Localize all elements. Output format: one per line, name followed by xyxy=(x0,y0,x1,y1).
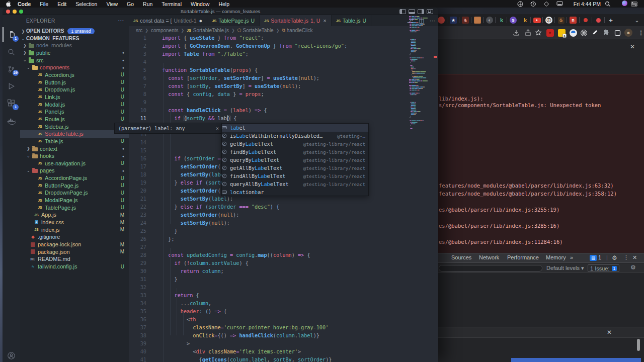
tooltip-close-icon[interactable]: × xyxy=(216,126,219,131)
devtools-tab-network[interactable]: Network xyxy=(479,254,499,260)
suggestion-item[interactable]: locationbar xyxy=(222,188,368,196)
tab-SortableTable.js[interactable]: JSSortableTable.js1, U× xyxy=(260,15,332,26)
open-editors-section[interactable]: ❯OPEN EDITORS 1 unsaved xyxy=(20,27,129,35)
explorer-more-actions-icon[interactable]: ⋯ xyxy=(118,15,124,26)
devtools-scrollbar[interactable] xyxy=(637,339,640,351)
tree-item-tailwind.config.js[interactable]: ≈tailwind.config.jsU xyxy=(20,263,129,270)
menu-go[interactable]: Go xyxy=(122,1,138,7)
pinned-tab[interactable]: ◐ xyxy=(486,16,494,24)
toggle-secondary-sidebar-icon[interactable] xyxy=(418,9,424,14)
bookmark-star-icon[interactable] xyxy=(534,29,542,37)
tree-item-Accordion.js[interactable]: JSAccordion.jsU xyxy=(20,71,129,79)
tree-item-components[interactable]: ⌄components● xyxy=(20,64,129,71)
tree-item-README.md[interactable]: M↓README.md xyxy=(20,255,129,263)
pinned-tab[interactable]: ⓘ xyxy=(545,16,553,24)
minimize-traffic-light[interactable] xyxy=(13,10,17,14)
customize-layout-icon[interactable] xyxy=(427,9,433,14)
extensions-puzzle-icon[interactable] xyxy=(602,29,610,37)
account-icon[interactable] xyxy=(3,348,20,362)
code-editor[interactable]: 1import { useState } from "react";2impor… xyxy=(129,34,438,362)
devtools-tab-sources[interactable]: Sources xyxy=(451,254,471,260)
share-icon[interactable] xyxy=(524,29,532,37)
extension-icon[interactable] xyxy=(591,29,599,37)
extensions-icon[interactable]: 1 xyxy=(3,96,20,111)
tree-item-package.json[interactable]: package.jsonM xyxy=(20,248,129,255)
devtools-menu-icon[interactable]: ⋮ xyxy=(623,254,629,261)
tree-item-src[interactable]: ⌄src● xyxy=(20,56,129,64)
spotlight-search-icon[interactable] xyxy=(605,1,618,7)
console-levels-dropdown[interactable]: Default levels ▾ xyxy=(546,265,584,272)
pinned-tab[interactable] xyxy=(473,16,481,24)
youtube-pinned-tab[interactable] xyxy=(533,16,541,24)
breadcrumb-item[interactable]: SortableTable.js xyxy=(193,28,229,33)
input-source-icon[interactable] xyxy=(517,1,530,7)
docker-icon[interactable] xyxy=(3,114,20,129)
menu-code[interactable]: Code xyxy=(15,1,35,7)
tree-item-.gitignore[interactable]: ◆.gitignore xyxy=(20,233,129,241)
run-debug-icon[interactable] xyxy=(3,78,20,94)
diamond-status-icon[interactable] xyxy=(543,1,556,7)
tree-item-index.js[interactable]: JSindex.jsM xyxy=(20,226,129,233)
menu-window[interactable]: Window xyxy=(186,1,214,7)
menu-run[interactable]: Run xyxy=(138,1,157,7)
menu-selection[interactable]: Selection xyxy=(71,1,102,7)
breadcrumb-item[interactable]: SortableTable xyxy=(243,28,274,33)
menubar-clock[interactable]: Fri 4:44 PM xyxy=(570,1,605,7)
tree-item-Panel.js[interactable]: JSPanel.jsU xyxy=(20,108,129,116)
tree-item-Link.js[interactable]: JSLink.jsU xyxy=(20,94,129,101)
menu-view[interactable]: View xyxy=(102,1,122,7)
root-folder-section[interactable]: ⌄COMMON_FEATURES xyxy=(20,35,129,42)
new-tab-icon[interactable]: + xyxy=(607,16,615,24)
devtools-tab-memory[interactable]: Memory xyxy=(546,254,566,260)
suggestion-item[interactable]: getByLabelText@testing-library/react xyxy=(222,140,368,148)
tab-Table.js[interactable]: JSTable.jsU xyxy=(332,15,371,26)
suggestion-item[interactable]: findAllByLabelText@testing-library/react xyxy=(222,172,368,180)
menu-terminal[interactable]: Terminal xyxy=(157,1,186,7)
chrome-menu-icon[interactable]: ⋮ xyxy=(637,29,644,37)
tree-item-App.js[interactable]: JSApp.jsM xyxy=(20,211,129,219)
suggestion-item[interactable]: getAllByLabelText@testing-library/react xyxy=(222,164,368,172)
tab-search-chevron-icon[interactable]: ⌄ xyxy=(633,16,641,24)
close-traffic-light[interactable] xyxy=(6,10,10,14)
tree-item-pages[interactable]: ⌄pages● xyxy=(20,167,129,174)
close-tab-icon[interactable]: × xyxy=(323,18,326,24)
extension-icon[interactable]: ● xyxy=(546,29,554,37)
tree-item-ButtonPage.js[interactable]: JSButtonPage.jsU xyxy=(20,182,129,189)
suggestion-item[interactable]: queryByLabelText@testing-library/react xyxy=(222,156,368,164)
extension-icon[interactable] xyxy=(569,29,577,37)
tree-item-context[interactable]: ❯context● xyxy=(20,145,129,152)
display-icon[interactable] xyxy=(556,1,570,7)
pinned-tab[interactable] xyxy=(582,16,590,24)
maximize-traffic-light[interactable] xyxy=(19,10,23,14)
tab-groups-icon[interactable] xyxy=(613,29,621,37)
drawer-close-icon[interactable]: ✕ xyxy=(605,328,614,337)
tree-item-Table.js[interactable]: JSTable.jsU xyxy=(20,138,129,145)
tree-item-public[interactable]: ❯public● xyxy=(20,49,129,57)
tree-item-AccordionPage.js[interactable]: JSAccordionPage.jsU xyxy=(20,174,129,182)
tree-item-Button.js[interactable]: JSButton.jsU xyxy=(20,78,129,86)
tree-item-hooks[interactable]: ⌄hooks● xyxy=(20,152,129,160)
tab-TablePage.js[interactable]: JSTablePage.jsU xyxy=(207,15,260,26)
menu-file[interactable]: File xyxy=(35,1,53,7)
minimap[interactable] xyxy=(408,15,437,343)
control-center-icon[interactable] xyxy=(631,2,644,7)
tree-item-Dropdown.js[interactable]: JSDropdown.jsU xyxy=(20,86,129,94)
menu-help[interactable]: Help xyxy=(214,1,234,7)
menu-edit[interactable]: Edit xyxy=(53,1,71,7)
breadcrumb-item[interactable]: handleClick xyxy=(287,28,313,33)
console-settings-icon[interactable]: ⚙ xyxy=(630,264,636,271)
tree-item-node_modules[interactable]: ❯node_modules xyxy=(20,42,129,49)
pinned-tab[interactable]: k xyxy=(498,16,506,24)
pinned-tab[interactable] xyxy=(594,16,602,24)
devtools-close-icon[interactable]: ✕ xyxy=(632,254,637,261)
download-icon[interactable] xyxy=(512,29,520,37)
tree-item-Modal.js[interactable]: JSModal.jsU xyxy=(20,101,129,108)
tree-item-use-navigation.js[interactable]: JSuse-navigation.jsU xyxy=(20,160,129,167)
apple-menu-icon[interactable] xyxy=(0,1,15,7)
suggestion-item[interactable]: label xyxy=(222,124,368,132)
time-machine-icon[interactable] xyxy=(530,1,543,7)
tree-item-ModalPage.js[interactable]: JSModalPage.jsU xyxy=(20,197,129,204)
profile-avatar[interactable]: ☻ xyxy=(624,29,632,37)
extension-icon[interactable] xyxy=(580,29,588,37)
source-control-icon[interactable]: 29 xyxy=(3,61,20,76)
